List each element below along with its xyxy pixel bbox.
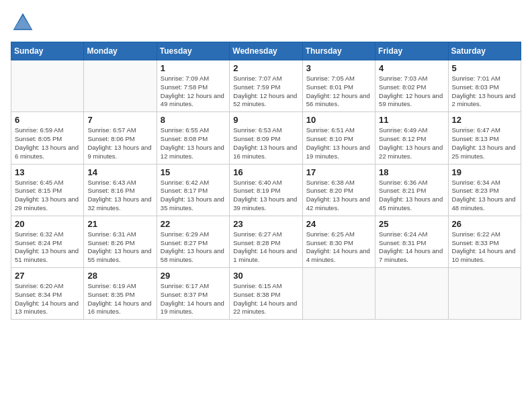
day-number: 24	[306, 219, 371, 229]
calendar-cell: 25Sunrise: 6:24 AM Sunset: 8:31 PM Dayli…	[375, 216, 448, 267]
day-detail: Sunrise: 6:15 AM Sunset: 8:38 PM Dayligh…	[233, 282, 298, 316]
day-detail: Sunrise: 6:29 AM Sunset: 8:27 PM Dayligh…	[161, 230, 226, 265]
day-number: 17	[306, 167, 371, 177]
calendar-cell: 13Sunrise: 6:45 AM Sunset: 8:15 PM Dayli…	[11, 164, 84, 216]
calendar-cell: 18Sunrise: 6:36 AM Sunset: 8:21 PM Dayli…	[375, 164, 448, 216]
day-detail: Sunrise: 6:55 AM Sunset: 8:08 PM Dayligh…	[161, 126, 226, 161]
day-detail: Sunrise: 6:51 AM Sunset: 8:10 PM Dayligh…	[306, 126, 371, 161]
calendar-cell: 6Sunrise: 6:59 AM Sunset: 8:05 PM Daylig…	[11, 112, 84, 164]
day-detail: Sunrise: 6:36 AM Sunset: 8:21 PM Dayligh…	[379, 179, 444, 213]
day-detail: Sunrise: 6:20 AM Sunset: 8:34 PM Dayligh…	[15, 282, 80, 316]
logo	[11, 11, 38, 35]
weekday-header: Thursday	[302, 42, 375, 60]
day-number: 20	[15, 219, 80, 229]
calendar-cell: 28Sunrise: 6:19 AM Sunset: 8:35 PM Dayli…	[84, 268, 157, 320]
calendar-cell: 17Sunrise: 6:38 AM Sunset: 8:20 PM Dayli…	[302, 164, 375, 216]
calendar-cell: 26Sunrise: 6:22 AM Sunset: 8:33 PM Dayli…	[448, 216, 521, 267]
day-detail: Sunrise: 6:17 AM Sunset: 8:37 PM Dayligh…	[161, 282, 226, 316]
calendar-table: SundayMondayTuesdayWednesdayThursdayFrid…	[11, 42, 521, 320]
calendar-cell: 10Sunrise: 6:51 AM Sunset: 8:10 PM Dayli…	[302, 112, 375, 164]
weekday-header: Tuesday	[157, 42, 229, 60]
day-number: 15	[161, 167, 226, 177]
day-number: 12	[452, 115, 517, 125]
calendar-week-row: 27Sunrise: 6:20 AM Sunset: 8:34 PM Dayli…	[11, 268, 521, 320]
calendar-cell: 15Sunrise: 6:42 AM Sunset: 8:17 PM Dayli…	[157, 164, 229, 216]
day-detail: Sunrise: 6:59 AM Sunset: 8:05 PM Dayligh…	[15, 126, 80, 161]
logo-icon	[11, 11, 35, 35]
day-number: 22	[161, 219, 226, 229]
day-detail: Sunrise: 6:24 AM Sunset: 8:31 PM Dayligh…	[379, 230, 444, 265]
day-number: 3	[306, 63, 371, 73]
calendar-cell: 2Sunrise: 7:07 AM Sunset: 7:59 PM Daylig…	[230, 60, 302, 112]
weekday-header-row: SundayMondayTuesdayWednesdayThursdayFrid…	[11, 42, 521, 60]
day-number: 14	[87, 167, 152, 177]
calendar-cell: 7Sunrise: 6:57 AM Sunset: 8:06 PM Daylig…	[84, 112, 157, 164]
day-number: 9	[233, 115, 298, 125]
calendar-cell	[448, 268, 521, 320]
weekday-header: Saturday	[448, 42, 521, 60]
day-detail: Sunrise: 6:43 AM Sunset: 8:16 PM Dayligh…	[87, 179, 152, 213]
day-detail: Sunrise: 6:49 AM Sunset: 8:12 PM Dayligh…	[379, 126, 444, 161]
day-number: 28	[87, 271, 152, 281]
calendar-cell: 14Sunrise: 6:43 AM Sunset: 8:16 PM Dayli…	[84, 164, 157, 216]
day-number: 21	[87, 219, 152, 229]
weekday-header: Sunday	[11, 42, 84, 60]
day-number: 10	[306, 115, 371, 125]
day-detail: Sunrise: 6:27 AM Sunset: 8:28 PM Dayligh…	[233, 230, 298, 265]
day-detail: Sunrise: 6:31 AM Sunset: 8:26 PM Dayligh…	[87, 230, 152, 265]
day-detail: Sunrise: 6:19 AM Sunset: 8:35 PM Dayligh…	[87, 282, 152, 316]
day-detail: Sunrise: 6:25 AM Sunset: 8:30 PM Dayligh…	[306, 230, 371, 265]
day-number: 11	[379, 115, 444, 125]
calendar-cell: 11Sunrise: 6:49 AM Sunset: 8:12 PM Dayli…	[375, 112, 448, 164]
calendar-cell: 16Sunrise: 6:40 AM Sunset: 8:19 PM Dayli…	[230, 164, 302, 216]
calendar-cell: 23Sunrise: 6:27 AM Sunset: 8:28 PM Dayli…	[230, 216, 302, 267]
day-number: 25	[379, 219, 444, 229]
day-number: 29	[161, 271, 226, 281]
weekday-header: Friday	[375, 42, 448, 60]
calendar-cell: 1Sunrise: 7:09 AM Sunset: 7:58 PM Daylig…	[157, 60, 229, 112]
calendar-week-row: 20Sunrise: 6:32 AM Sunset: 8:24 PM Dayli…	[11, 216, 521, 267]
calendar-cell: 21Sunrise: 6:31 AM Sunset: 8:26 PM Dayli…	[84, 216, 157, 267]
day-detail: Sunrise: 6:34 AM Sunset: 8:23 PM Dayligh…	[452, 179, 517, 213]
day-number: 7	[87, 115, 152, 125]
calendar-cell	[84, 60, 157, 112]
day-detail: Sunrise: 7:03 AM Sunset: 8:02 PM Dayligh…	[379, 75, 444, 109]
calendar-cell: 9Sunrise: 6:53 AM Sunset: 8:09 PM Daylig…	[230, 112, 302, 164]
calendar-cell: 5Sunrise: 7:01 AM Sunset: 8:03 PM Daylig…	[448, 60, 521, 112]
day-number: 18	[379, 167, 444, 177]
svg-marker-1	[14, 15, 31, 29]
day-number: 16	[233, 167, 298, 177]
day-detail: Sunrise: 7:05 AM Sunset: 8:01 PM Dayligh…	[306, 75, 371, 109]
calendar-cell: 24Sunrise: 6:25 AM Sunset: 8:30 PM Dayli…	[302, 216, 375, 267]
day-detail: Sunrise: 6:40 AM Sunset: 8:19 PM Dayligh…	[233, 179, 298, 213]
day-number: 6	[15, 115, 80, 125]
calendar-cell	[11, 60, 84, 112]
calendar-cell	[302, 268, 375, 320]
calendar-cell: 29Sunrise: 6:17 AM Sunset: 8:37 PM Dayli…	[157, 268, 229, 320]
page-header	[11, 11, 521, 35]
calendar-cell	[375, 268, 448, 320]
day-number: 27	[15, 271, 80, 281]
calendar-cell: 12Sunrise: 6:47 AM Sunset: 8:13 PM Dayli…	[448, 112, 521, 164]
calendar-cell: 22Sunrise: 6:29 AM Sunset: 8:27 PM Dayli…	[157, 216, 229, 267]
day-detail: Sunrise: 6:57 AM Sunset: 8:06 PM Dayligh…	[87, 126, 152, 161]
day-number: 23	[233, 219, 298, 229]
calendar-cell: 20Sunrise: 6:32 AM Sunset: 8:24 PM Dayli…	[11, 216, 84, 267]
calendar-cell: 3Sunrise: 7:05 AM Sunset: 8:01 PM Daylig…	[302, 60, 375, 112]
day-detail: Sunrise: 6:38 AM Sunset: 8:20 PM Dayligh…	[306, 179, 371, 213]
day-detail: Sunrise: 6:47 AM Sunset: 8:13 PM Dayligh…	[452, 126, 517, 161]
day-number: 30	[233, 271, 298, 281]
day-number: 5	[452, 63, 517, 73]
day-detail: Sunrise: 6:53 AM Sunset: 8:09 PM Dayligh…	[233, 126, 298, 161]
day-detail: Sunrise: 6:22 AM Sunset: 8:33 PM Dayligh…	[452, 230, 517, 265]
weekday-header: Wednesday	[230, 42, 302, 60]
calendar-week-row: 13Sunrise: 6:45 AM Sunset: 8:15 PM Dayli…	[11, 164, 521, 216]
calendar-cell: 27Sunrise: 6:20 AM Sunset: 8:34 PM Dayli…	[11, 268, 84, 320]
day-detail: Sunrise: 7:07 AM Sunset: 7:59 PM Dayligh…	[233, 75, 298, 109]
calendar-cell: 4Sunrise: 7:03 AM Sunset: 8:02 PM Daylig…	[375, 60, 448, 112]
day-number: 2	[233, 63, 298, 73]
day-detail: Sunrise: 6:42 AM Sunset: 8:17 PM Dayligh…	[161, 179, 226, 213]
day-number: 26	[452, 219, 517, 229]
calendar-week-row: 6Sunrise: 6:59 AM Sunset: 8:05 PM Daylig…	[11, 112, 521, 164]
calendar-cell: 30Sunrise: 6:15 AM Sunset: 8:38 PM Dayli…	[230, 268, 302, 320]
